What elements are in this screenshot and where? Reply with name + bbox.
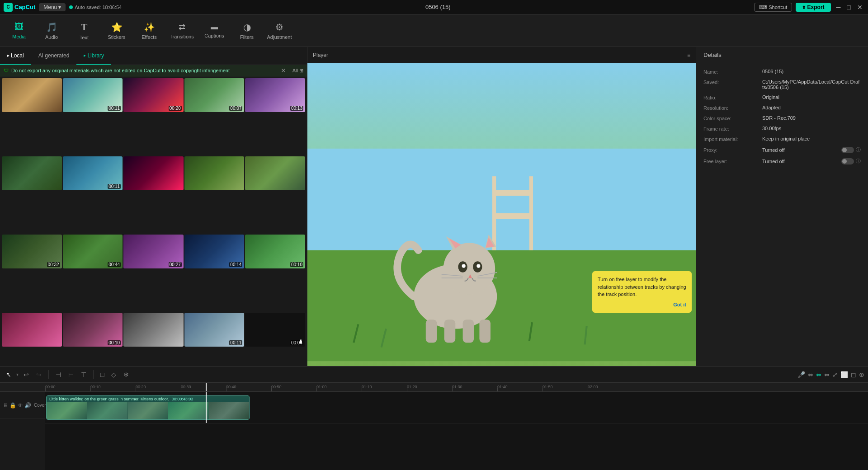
media-thumb-15[interactable]: 00:10 xyxy=(245,235,305,268)
nav-library[interactable]: ▸ Library xyxy=(76,47,111,65)
ruler-mark-5: 00:50 xyxy=(271,385,282,389)
freelayer-info-icon[interactable]: ⓘ xyxy=(856,158,861,164)
media-thumb-13[interactable]: 00:27 xyxy=(123,235,184,268)
player-header: Player ≡ xyxy=(307,47,696,63)
media-thumb-11[interactable]: 00:32 xyxy=(2,235,62,268)
media-thumb-16[interactable] xyxy=(2,313,62,347)
eye-icon[interactable]: 👁 xyxy=(18,402,23,409)
tool-media[interactable]: 🖼 Media xyxy=(4,17,34,44)
audio-track-icon[interactable]: 🔊 xyxy=(24,402,31,409)
freeze-button[interactable]: ❄ xyxy=(121,370,131,380)
notice-close-button[interactable]: ✕ xyxy=(281,67,286,74)
redo-button[interactable]: ↪ xyxy=(34,370,44,380)
undo-button[interactable]: ↩ xyxy=(21,370,31,380)
thumb-duration: 00:13 xyxy=(290,106,303,111)
timeline-icon-2[interactable]: ⇔ xyxy=(816,371,821,378)
shield-icon: 🛡 xyxy=(4,68,9,73)
tool-effects-label: Effects xyxy=(142,34,156,40)
ruler-tick-4 xyxy=(226,388,226,391)
nav-ai-generated[interactable]: AI generated xyxy=(31,47,77,65)
thumb-duration: 00:14 xyxy=(229,262,242,267)
close-button[interactable]: ✕ xyxy=(855,4,864,11)
ruler-mark-3: 00:30 xyxy=(181,385,191,389)
menu-button[interactable]: Menu ▾ xyxy=(39,3,66,11)
titlebar: C CapCut Menu ▾ Auto saved: 18:06:54 050… xyxy=(0,0,868,14)
thumb-duration: 00:32 xyxy=(47,262,60,267)
timeline-icon-6[interactable]: ◻ xyxy=(851,371,856,378)
media-thumb-17[interactable]: 00:10 xyxy=(63,313,123,347)
keyframe-button[interactable]: ◇ xyxy=(109,370,118,380)
media-thumb-18[interactable] xyxy=(123,313,184,347)
tracks-scroll: Little kitten walking on the green grass… xyxy=(45,392,868,470)
ruler-mark-10: 01:40 xyxy=(497,385,508,389)
proxy-toggle[interactable] xyxy=(841,147,854,153)
ruler-mark-1: 00:10 xyxy=(90,385,101,389)
media-thumb-12[interactable]: 00:44 xyxy=(63,235,123,268)
trim-button[interactable]: ⊤ xyxy=(79,370,89,380)
tooltip-got-it-button[interactable]: Got it xyxy=(598,301,686,309)
tool-adjustment[interactable]: ⚙ Adjustment xyxy=(264,17,295,44)
tool-effects[interactable]: ✨ Effects xyxy=(134,17,165,44)
svg-point-14 xyxy=(462,264,466,268)
proxy-info-icon[interactable]: ⓘ xyxy=(856,146,861,153)
name-label: Name: xyxy=(703,69,762,75)
media-thumb-7[interactable]: 00:11 xyxy=(63,156,123,190)
all-button[interactable]: All ⊞ xyxy=(292,68,303,74)
shortcut-button[interactable]: ⌨ Shortcut xyxy=(754,3,792,12)
thumb-duration: 00:10 xyxy=(290,262,303,267)
split-button[interactable]: ⊣ xyxy=(53,370,63,380)
timeline-icon-5[interactable]: ⬜ xyxy=(840,371,848,378)
ruler-corner xyxy=(0,383,45,392)
freelayer-toggle[interactable] xyxy=(841,158,854,164)
player-menu-icon[interactable]: ≡ xyxy=(687,52,690,58)
media-thumb-20[interactable]: 00:04⬇ xyxy=(245,313,305,347)
tool-audio[interactable]: 🎵 Audio xyxy=(36,17,67,44)
track-icons: 🖥 🔒 👁 🔊 xyxy=(3,402,31,409)
tool-text-label: Text xyxy=(80,35,89,40)
split-right-button[interactable]: ⊢ xyxy=(66,370,76,380)
svg-rect-23 xyxy=(463,320,474,343)
lock-icon[interactable]: 🔒 xyxy=(9,402,16,409)
timeline-icon-4[interactable]: ⤢ xyxy=(832,371,838,378)
media-thumb-3[interactable]: 00:20 xyxy=(123,78,184,112)
text-icon: T xyxy=(81,21,88,33)
thumb-download-icon[interactable]: ⬇ xyxy=(298,338,303,345)
media-thumb-6[interactable] xyxy=(2,156,62,190)
export-button[interactable]: ⬆ Export xyxy=(796,3,830,12)
ruler-tick-6 xyxy=(316,388,317,391)
media-thumb-5[interactable]: 00:13 xyxy=(245,78,305,112)
ruler-mark-6: 01:00 xyxy=(316,385,327,389)
media-thumb-2[interactable]: 00:11 xyxy=(63,78,123,112)
window-controls: ─ □ ✕ xyxy=(835,4,864,11)
media-thumb-1[interactable] xyxy=(2,78,62,112)
filter-icon: ⊞ xyxy=(299,68,303,74)
tl-divider-1 xyxy=(48,370,49,379)
media-thumb-19[interactable]: 00:11 xyxy=(184,313,245,347)
ruler-mark-7: 01:10 xyxy=(362,385,372,389)
media-thumb-10[interactable] xyxy=(245,156,305,190)
video-clip[interactable]: Little kitten walking on the green grass… xyxy=(46,395,250,420)
media-thumb-4[interactable]: 00:07 xyxy=(184,78,245,112)
tool-captions[interactable]: ▬ Captions xyxy=(199,17,230,44)
media-thumb-8[interactable] xyxy=(123,156,184,190)
mic-icon[interactable]: 🎤 xyxy=(797,371,805,378)
media-thumb-14[interactable]: 00:14 xyxy=(184,235,245,268)
nav-local[interactable]: ▸ Local xyxy=(0,47,31,65)
saved-label: Saved: xyxy=(703,79,762,85)
timeline-icon-1[interactable]: ⇔ xyxy=(808,371,813,378)
clip-frame-4 xyxy=(168,402,209,419)
minimize-button[interactable]: ─ xyxy=(835,4,843,11)
ruler-marks-container: 00:0000:1000:2000:3000:4000:5001:0001:10… xyxy=(45,383,868,391)
tool-filters[interactable]: ◑ Filters xyxy=(231,17,262,44)
ruler-mark-9: 01:30 xyxy=(452,385,462,389)
tool-audio-label: Audio xyxy=(45,34,58,40)
media-thumb-9[interactable] xyxy=(184,156,245,190)
delete-button[interactable]: □ xyxy=(98,370,106,380)
timeline-icon-7[interactable]: ⊕ xyxy=(859,371,864,378)
restore-button[interactable]: □ xyxy=(845,4,853,11)
tool-text[interactable]: T Text xyxy=(69,17,99,44)
tool-transitions[interactable]: ⇄ Transitions xyxy=(166,17,197,44)
select-tool[interactable]: ↖ xyxy=(4,370,14,380)
tool-stickers[interactable]: ⭐ Stickers xyxy=(101,17,132,44)
timeline-icon-3[interactable]: ⇔ xyxy=(824,371,830,378)
